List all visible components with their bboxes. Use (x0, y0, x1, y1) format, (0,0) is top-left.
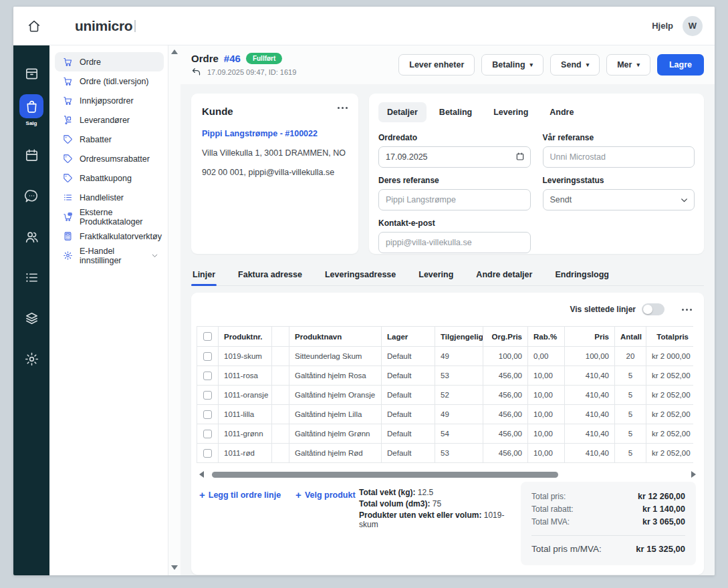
show-deleted-toggle[interactable] (642, 303, 664, 315)
sidebar-item-e-handel-innstillinger[interactable]: E-Handel innstillinger (55, 246, 164, 265)
sidebar-item-ordre[interactable]: Ordre (55, 52, 164, 71)
row-checkbox[interactable] (203, 391, 212, 400)
rail-item-shopping-bag[interactable]: Salg (13, 94, 49, 135)
cell-tilgjengelig: 49 (435, 405, 483, 424)
rail-item-chat[interactable] (13, 176, 49, 216)
sidebar-item-ordresumsrabatter[interactable]: Ordresumsrabatter (55, 149, 164, 168)
detail-tab-detaljer[interactable]: Detaljer (378, 102, 427, 122)
lever-enheter-button[interactable]: Lever enheter (398, 54, 475, 76)
scroll-right-icon[interactable] (691, 471, 696, 478)
var-referanse-label: Vår referanse (543, 133, 695, 142)
back-arrow-icon[interactable] (191, 67, 201, 77)
mer-button[interactable]: Mer▾ (606, 54, 650, 76)
send-button[interactable]: Send▾ (550, 54, 600, 76)
line-tab-leveringsadresse[interactable]: Leveringsadresse (324, 266, 397, 285)
row-checkbox[interactable] (203, 352, 212, 361)
scroll-left-icon[interactable] (199, 471, 204, 478)
line-tab-endringslogg[interactable]: Endringslogg (554, 266, 610, 285)
scrollbar-track[interactable] (207, 472, 688, 478)
detail-tab-andre[interactable]: Andre (541, 102, 582, 122)
rail-item-calendar[interactable] (13, 135, 49, 176)
scroll-down-icon[interactable] (171, 565, 178, 570)
order-meta: 17.09.2025 09:47, ID: 1619 (207, 68, 296, 76)
rail-item-layers[interactable] (13, 298, 49, 339)
rail-item-checklist[interactable] (13, 257, 49, 298)
checkbox-cell (197, 444, 219, 463)
row-checkbox[interactable] (203, 430, 212, 438)
rail-item-archive[interactable] (13, 53, 49, 94)
calendar-icon[interactable] (515, 152, 525, 164)
add-line-button[interactable]: + Legg til ordre linje (199, 490, 281, 500)
rail-item-users[interactable] (13, 216, 49, 257)
ordredato-label: Ordredato (378, 133, 531, 142)
total-value: kr 1 140,00 (642, 504, 685, 514)
nav-rail: Salg (13, 45, 49, 575)
ordredato-input[interactable] (378, 146, 531, 168)
chat-icon (24, 188, 39, 204)
row-checkbox[interactable] (203, 449, 212, 458)
choose-product-button[interactable]: + Velg produkt (295, 490, 355, 500)
sidebar-item-ordre-tidl-versjon-[interactable]: Ordre (tidl.versjon) (55, 71, 164, 91)
scrollbar-thumb[interactable] (212, 472, 558, 478)
customer-link[interactable]: Pippi Langstrømpe - #100022 (202, 129, 348, 138)
home-icon[interactable] (25, 17, 43, 35)
avatar[interactable]: W (683, 16, 703, 36)
checkbox-cell (197, 424, 219, 444)
line-tab-andre-detaljer[interactable]: Andre detaljer (475, 266, 533, 285)
leveringsstatus-label: Leveringsstatus (543, 176, 695, 185)
detail-tab-levering[interactable]: Levering (485, 102, 537, 122)
total-row: Total pris:kr 12 260,00 (531, 492, 685, 501)
help-link[interactable]: Hjelp (652, 21, 673, 31)
sidebar-item-innkjøpsordrer[interactable]: Innkjøpsordrer (55, 91, 164, 110)
table-more-options-icon[interactable] (682, 309, 692, 311)
sidebar-item-handlelister[interactable]: Handlelister (55, 188, 164, 207)
save-button[interactable]: Lagre (657, 54, 704, 76)
detail-tab-betaling[interactable]: Betaling (431, 102, 481, 122)
summary-label: Total volum (dm3): (359, 499, 430, 508)
line-tab-linjer[interactable]: Linjer (191, 266, 217, 285)
total-row: Total rabatt:kr 1 140,00 (531, 504, 685, 514)
leveringsstatus-select[interactable]: Sendt (543, 189, 695, 210)
cell-pris: 410,40 (565, 405, 615, 424)
cell-lager: Default (382, 386, 435, 405)
order-number[interactable]: #46 (224, 53, 241, 64)
topbar-right: Hjelp W (652, 16, 703, 36)
empty-cell (272, 386, 289, 405)
cell-rab: 10,00 (528, 444, 565, 463)
kontakt-epost-input[interactable] (378, 232, 531, 253)
betaling-button[interactable]: Betaling▾ (481, 54, 543, 76)
line-tab-faktura-adresse[interactable]: Faktura adresse (237, 266, 304, 285)
form-col-left: Ordredato Deres referanse (378, 125, 531, 253)
cell-rab: 10,00 (528, 366, 565, 386)
logo-bar (134, 20, 136, 32)
row-checkbox[interactable] (203, 410, 212, 419)
select-all-checkbox[interactable] (203, 332, 212, 341)
field-deres-referanse: Deres referanse (378, 176, 531, 210)
app-window: unimicro Hjelp W Salg OrdreOrdre (tidl.v… (13, 7, 715, 575)
table-header-row: Produktnr.ProduktnavnLagerTilgjengeligOr… (197, 327, 694, 347)
sidebar-item-fraktkalkulatorverktøy[interactable]: Fraktkalkulatorverktøy (55, 227, 164, 246)
sidebar-item-leverandører[interactable]: Leverandører (55, 110, 164, 130)
cell-produktnavn: Galtåtind hjelm Rød (289, 444, 382, 463)
line-tab-levering[interactable]: Levering (417, 266, 455, 285)
deres-referanse-input[interactable] (378, 189, 531, 210)
empty-header-cell (272, 327, 289, 347)
var-referanse-input[interactable] (543, 146, 695, 168)
table-row: 1011-oransjeGaltåtind hjelm OransjeDefau… (197, 386, 694, 405)
more-options-icon[interactable] (338, 107, 348, 109)
total-row: Total MVA:kr 3 065,00 (531, 517, 685, 527)
checklist-icon (24, 270, 39, 285)
cell-lager: Default (382, 366, 435, 386)
sidebar-item-rabattkupong[interactable]: Rabattkupong (55, 168, 164, 188)
row-checkbox[interactable] (203, 372, 212, 380)
weight-volume-summary: Total vekt (kg): 12.5Total volum (dm3): … (356, 486, 521, 529)
sidebar-item-eksterne-produktkataloger[interactable]: Eksterne Produktkataloger (55, 207, 164, 227)
cell-tilgjengelig: 52 (435, 386, 483, 405)
rail-active-tile[interactable] (19, 94, 43, 118)
button-label: Betaling (492, 60, 525, 69)
gear-icon (63, 251, 73, 261)
rail-item-gear[interactable] (13, 339, 49, 380)
cell-produktnr: 1011-lilla (219, 405, 272, 424)
sidebar-item-rabatter[interactable]: Rabatter (55, 130, 164, 149)
scroll-up-icon[interactable] (171, 49, 178, 54)
